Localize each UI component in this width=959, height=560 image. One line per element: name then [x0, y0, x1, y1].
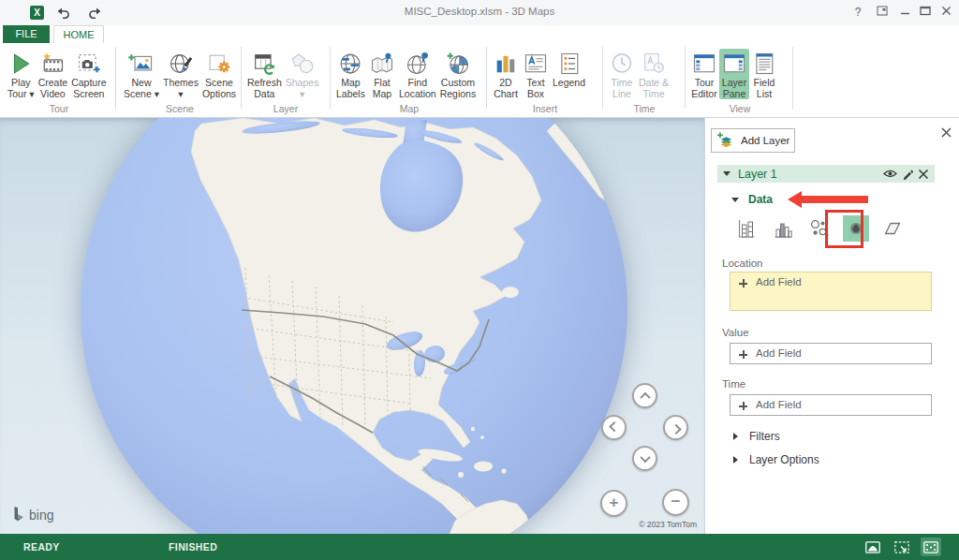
- ribbon-tab-row: FILE HOME: [0, 25, 959, 43]
- region-icon: [881, 217, 904, 240]
- find-location-button[interactable]: Find Location: [397, 49, 438, 99]
- capture-screen-button[interactable]: Capture Screen: [69, 49, 108, 99]
- bing-logo: bing: [13, 507, 53, 523]
- legend-button[interactable]: Legend: [551, 49, 587, 89]
- layer-pane-button[interactable]: Layer Pane: [719, 49, 749, 99]
- filters-label: Filters: [749, 430, 780, 443]
- status-bar: READY FINISHED: [0, 534, 959, 560]
- viz-stacked-column-button[interactable]: [733, 215, 760, 242]
- help-button[interactable]: ?: [848, 4, 867, 21]
- collapse-data-icon[interactable]: [731, 198, 739, 202]
- group-label-tour: Tour: [6, 103, 112, 114]
- status-finished: FINISHED: [169, 541, 217, 553]
- title-bar: X MISC_Desktop.xlsm - 3D Maps ?: [0, 0, 959, 25]
- calendar-clock-icon: [641, 50, 667, 78]
- group-separator: [115, 47, 116, 109]
- ribbon-group-layer: Refresh Data Shapes ▾ Layer: [245, 49, 326, 114]
- window-title: MISC_Desktop.xlsm - 3D Maps: [0, 6, 959, 17]
- new-scene-button[interactable]: New Scene ▾: [122, 49, 161, 99]
- filters-expander[interactable]: Filters: [733, 430, 780, 443]
- custom-regions-button[interactable]: Custom Regions: [438, 49, 479, 99]
- visualization-type-row: [733, 215, 906, 242]
- ribbon-group-insert: 2D Chart Text Box Legend Insert: [491, 49, 599, 114]
- play-tour-button[interactable]: Play Tour ▾: [6, 49, 37, 99]
- layer-name: Layer 1: [738, 168, 878, 181]
- scene-options-button[interactable]: Scene Options: [200, 49, 238, 99]
- zoom-out-button[interactable]: −: [662, 489, 689, 516]
- minimize-icon[interactable]: [895, 4, 914, 21]
- add-layer-button[interactable]: Add Layer: [711, 128, 795, 153]
- bing-b-icon: [13, 507, 25, 523]
- visibility-eye-icon[interactable]: [883, 169, 897, 179]
- refresh-data-button[interactable]: Refresh Data: [245, 49, 284, 99]
- image-status-icon[interactable]: [863, 538, 883, 556]
- rename-pencil-icon[interactable]: [902, 169, 913, 180]
- layer-pane: Add Layer Layer 1 Data: [704, 118, 959, 534]
- ribbon-group-scene: New Scene ▾ Themes ▾ Scene Options Scene: [122, 49, 238, 114]
- rotate-left-button[interactable]: [601, 415, 627, 440]
- group-separator: [792, 47, 793, 109]
- scene-grid-status-icon[interactable]: [921, 538, 941, 556]
- flat-map-icon: [369, 50, 395, 78]
- location-add-field[interactable]: Add Field: [730, 272, 932, 311]
- time-line-button: Time Line: [607, 49, 637, 99]
- ribbon: Play Tour ▾ Create Video Capture Screen …: [0, 43, 959, 118]
- refresh-icon: [251, 50, 277, 78]
- capture-region-status-icon[interactable]: [892, 538, 912, 556]
- viz-region-button[interactable]: [879, 215, 906, 242]
- tour-editor-button[interactable]: Tour Editor: [689, 49, 719, 99]
- ribbon-group-view: Tour Editor Layer Pane Field List View: [689, 49, 790, 114]
- time-add-field[interactable]: Add Field: [730, 394, 932, 416]
- collapse-layer-icon[interactable]: [723, 171, 730, 176]
- group-separator: [602, 47, 603, 109]
- camera-icon: [76, 50, 102, 78]
- map-canvas[interactable]: + − bing © 2023 TomTom: [0, 118, 704, 534]
- layer-header[interactable]: Layer 1: [717, 165, 935, 183]
- themes-button[interactable]: Themes ▾: [161, 49, 200, 99]
- play-icon: [8, 50, 33, 78]
- group-label-view: View: [689, 103, 790, 114]
- tilt-down-button[interactable]: [632, 446, 657, 471]
- layer-options-label: Layer Options: [749, 453, 819, 466]
- custom-regions-icon: [445, 50, 471, 78]
- themes-icon: [168, 50, 194, 78]
- plus-icon: +: [610, 494, 619, 510]
- map-labels-icon: [337, 50, 363, 78]
- data-section-label: Data: [748, 193, 773, 206]
- field-list-button[interactable]: Field List: [749, 49, 779, 99]
- group-separator: [241, 47, 242, 109]
- annotation-arrow-head: [788, 191, 802, 208]
- date-time-button: Date & Time: [637, 49, 671, 99]
- delete-layer-icon[interactable]: [918, 169, 929, 180]
- close-icon[interactable]: [937, 4, 955, 21]
- tilt-up-button[interactable]: [632, 383, 657, 408]
- maximize-icon[interactable]: [916, 4, 935, 21]
- chevron-left-icon: [609, 420, 619, 431]
- fullscreen-toggle-icon[interactable]: [873, 4, 892, 21]
- stacked-column-icon: [735, 217, 758, 240]
- create-video-button[interactable]: Create Video: [37, 49, 70, 99]
- globe[interactable]: [0, 118, 704, 534]
- data-section-header[interactable]: Data: [731, 193, 773, 206]
- map-labels-button[interactable]: Map Labels: [334, 49, 367, 99]
- viz-clustered-column-button[interactable]: [770, 215, 796, 242]
- rotate-right-button[interactable]: [663, 415, 688, 440]
- 2d-chart-button[interactable]: 2D Chart: [491, 49, 521, 99]
- film-icon: [39, 50, 66, 78]
- location-placeholder: Add Field: [756, 276, 802, 287]
- annotation-arrow-shaft: [802, 196, 868, 203]
- add-layer-label: Add Layer: [741, 135, 789, 146]
- tab-home[interactable]: HOME: [53, 25, 104, 43]
- flat-map-button[interactable]: Flat Map: [367, 49, 397, 99]
- add-icon: [739, 350, 747, 359]
- expand-layer-options-icon: [733, 456, 738, 464]
- zoom-in-button[interactable]: +: [600, 490, 627, 517]
- pane-close-icon[interactable]: [940, 125, 955, 140]
- gear-icon: [206, 50, 232, 78]
- group-label-insert: Insert: [491, 103, 599, 114]
- layer-options-expander[interactable]: Layer Options: [733, 453, 819, 466]
- text-box-button[interactable]: Text Box: [521, 49, 551, 99]
- minus-icon: −: [671, 494, 681, 509]
- tab-file[interactable]: FILE: [3, 25, 50, 43]
- value-add-field[interactable]: Add Field: [730, 343, 932, 364]
